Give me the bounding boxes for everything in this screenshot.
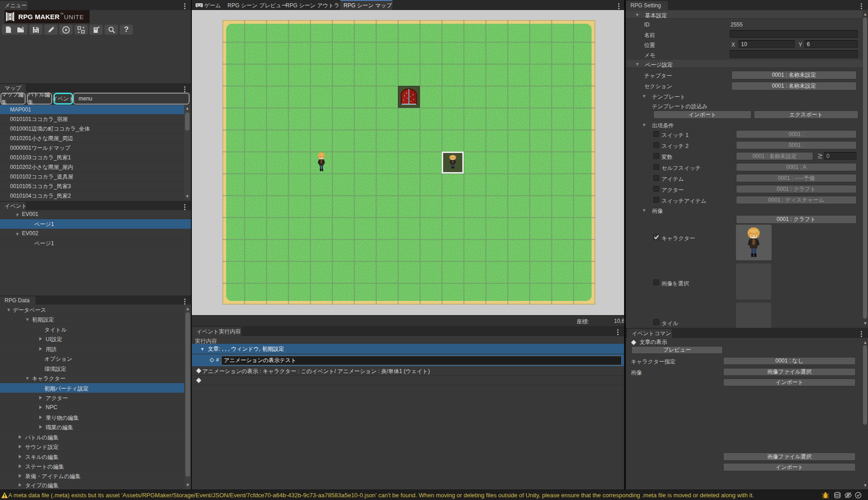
- svg-text:UNITE: UNITE: [64, 14, 84, 21]
- svg-text:RPG MAKER: RPG MAKER: [18, 13, 60, 21]
- svg-text:TM: TM: [60, 13, 64, 15]
